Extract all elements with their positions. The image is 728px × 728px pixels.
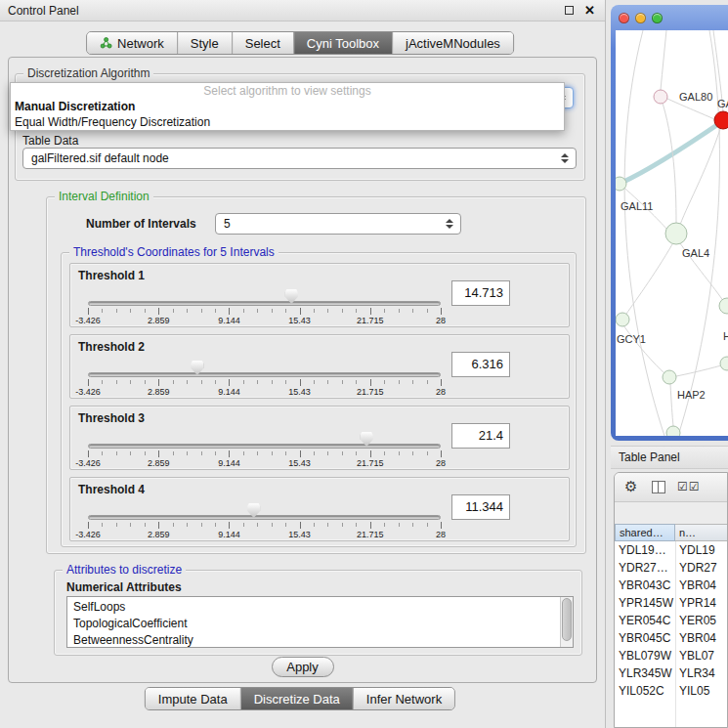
slider-tick-label: -3.426 bbox=[66, 530, 109, 539]
tab-select[interactable]: Select bbox=[232, 32, 293, 54]
table-row[interactable]: YPR145WYPR14 bbox=[615, 594, 727, 612]
threshold-value-field[interactable]: 21.4 bbox=[451, 423, 510, 449]
slider-major-tick bbox=[370, 379, 371, 386]
numerical-attributes-list[interactable]: SelfLoopsTopologicalCoefficientBetweenne… bbox=[66, 596, 574, 648]
network-node[interactable] bbox=[616, 313, 629, 326]
threshold-panel: Threshold 4-3.4262.8599.14415.4321.71528… bbox=[69, 477, 570, 541]
network-node[interactable] bbox=[666, 426, 680, 436]
table-cell-shared-name[interactable]: YDR27… bbox=[615, 559, 675, 577]
table-cell-name[interactable]: YDL19 bbox=[675, 541, 728, 559]
threshold-label: Threshold 1 bbox=[78, 269, 145, 282]
network-node[interactable] bbox=[665, 223, 687, 244]
table-cell-shared-name[interactable]: YLR345W bbox=[615, 664, 675, 682]
network-node[interactable] bbox=[720, 357, 728, 370]
attribute-list-item[interactable]: TopologicalCoefficient bbox=[67, 616, 559, 632]
slider-tick-label: 28 bbox=[419, 458, 462, 468]
scrollbar[interactable] bbox=[560, 597, 573, 647]
table-row[interactable]: YBL079WYBL07 bbox=[615, 647, 727, 664]
scrollbar-thumb[interactable] bbox=[562, 598, 572, 641]
network-canvas[interactable]: GAL80GAGAL11GAL4GCY1HAP2H bbox=[616, 30, 728, 436]
slider-track[interactable] bbox=[88, 515, 441, 520]
slider-major-tick bbox=[300, 308, 301, 315]
table-cell-shared-name[interactable]: YPR145W bbox=[615, 594, 675, 612]
network-node[interactable] bbox=[714, 111, 728, 129]
table-cell-name[interactable]: YBR04 bbox=[675, 577, 728, 594]
threshold-label: Threshold 3 bbox=[78, 411, 145, 425]
tab-impute-data[interactable]: Impute Data bbox=[146, 688, 240, 709]
table-cell-name[interactable]: YIL05 bbox=[675, 682, 728, 700]
tab-label: Impute Data bbox=[158, 692, 228, 707]
table-cell-name[interactable]: YBR04 bbox=[675, 629, 728, 647]
table-cell-name[interactable]: YLR34 bbox=[675, 664, 728, 682]
slider-major-tick bbox=[370, 308, 371, 315]
attribute-list-item[interactable]: SelfLoops bbox=[67, 599, 559, 616]
dropdown-option-equal-width-frequency[interactable]: Equal Width/Frequency Discretization bbox=[11, 114, 564, 130]
table-toolbar: ⚙ ☑☑ bbox=[615, 473, 727, 502]
column-header-name[interactable]: n… bbox=[675, 524, 728, 541]
table-cell-name[interactable]: YPR14 bbox=[675, 594, 728, 612]
tab-infer-network[interactable]: Infer Network bbox=[353, 688, 454, 709]
tab-jactivemnodules[interactable]: jActiveMNodules bbox=[392, 32, 513, 54]
attribute-list-item[interactable]: BetweennessCentrality bbox=[67, 632, 559, 648]
table-panel-title: Table Panel bbox=[619, 450, 680, 464]
threshold-panel: Threshold 2-3.4262.8599.14415.4321.71528… bbox=[69, 334, 570, 399]
table-columns-icon[interactable] bbox=[652, 481, 665, 493]
network-node[interactable] bbox=[719, 298, 728, 314]
table-row[interactable]: YER054CYER05 bbox=[615, 612, 727, 629]
gear-icon[interactable]: ⚙ bbox=[624, 478, 637, 495]
table-cell-shared-name[interactable]: YDL19… bbox=[615, 541, 675, 559]
slider-scale: -3.4262.8599.14415.4321.71528 bbox=[88, 379, 441, 399]
table-row[interactable]: YIL052CYIL05 bbox=[615, 682, 727, 700]
spinner-arrows-icon bbox=[446, 219, 453, 229]
threshold-value-field[interactable]: 11.344 bbox=[451, 494, 510, 520]
network-node[interactable] bbox=[654, 90, 667, 104]
table-cell-shared-name[interactable]: YBR045C bbox=[615, 629, 675, 647]
tab-network[interactable]: Network bbox=[87, 32, 177, 54]
slider-major-tick bbox=[88, 308, 89, 315]
threshold-value-field[interactable]: 6.316 bbox=[451, 352, 510, 377]
table-cell-name[interactable]: YBL07 bbox=[675, 647, 728, 664]
table-row[interactable]: YDR27…YDR27 bbox=[615, 559, 727, 577]
close-traffic-light-icon[interactable] bbox=[619, 13, 629, 23]
table-cell-shared-name[interactable]: YIL052C bbox=[615, 682, 675, 700]
network-edge-highlighted bbox=[621, 122, 721, 183]
table-cell-name[interactable]: YDR27 bbox=[675, 559, 728, 577]
table-data-combobox[interactable]: galFiltered.sif default node bbox=[22, 148, 577, 169]
slider-tick-label: 15.43 bbox=[278, 387, 321, 397]
tab-discretize-data[interactable]: Discretize Data bbox=[240, 688, 353, 709]
slider-scale: -3.4262.8599.14415.4321.71528 bbox=[88, 522, 441, 541]
select-checkboxes-icon[interactable]: ☑☑ bbox=[677, 480, 701, 493]
table-row[interactable]: YBR045CYBR04 bbox=[615, 629, 727, 647]
dropdown-option-manual-discretization[interactable]: Manual Discretization bbox=[11, 99, 564, 114]
tab-style[interactable]: Style bbox=[177, 32, 232, 54]
table-cell-shared-name[interactable]: YER054C bbox=[615, 612, 675, 629]
network-node[interactable] bbox=[663, 370, 676, 384]
table-row[interactable]: YDL19…YDL19 bbox=[615, 541, 727, 559]
table-body: YDL19…YDL19YDR27…YDR27YBR043CYBR04YPR145… bbox=[615, 541, 727, 727]
minimize-traffic-light-icon[interactable] bbox=[635, 13, 646, 23]
table-cell-shared-name[interactable]: YBL079W bbox=[615, 647, 675, 664]
table-row[interactable]: YLR345WYLR34 bbox=[615, 664, 727, 682]
dropdown-placeholder-item[interactable]: Select algorithm to view settings bbox=[11, 83, 564, 99]
table-cell-shared-name[interactable]: YBR043C bbox=[615, 577, 675, 594]
slider-track[interactable] bbox=[88, 301, 441, 306]
apply-button[interactable]: Apply bbox=[272, 657, 334, 677]
threshold-value-field[interactable]: 14.713 bbox=[451, 280, 510, 306]
tab-cyni-toolbox[interactable]: Cyni Toolbox bbox=[293, 32, 392, 54]
slider-tick-label: 9.144 bbox=[207, 316, 250, 325]
top-tab-bar: Network Style Select Cyni Toolbox jActiv… bbox=[86, 31, 514, 55]
group-title: Discretization Algorithm bbox=[23, 66, 153, 80]
network-node[interactable] bbox=[616, 177, 626, 191]
slider-track[interactable] bbox=[88, 444, 441, 449]
table-cell-name[interactable]: YER05 bbox=[675, 612, 728, 629]
slider-major-tick bbox=[441, 522, 442, 529]
slider-track[interactable] bbox=[88, 372, 441, 377]
float-window-icon[interactable] bbox=[565, 6, 574, 15]
slider-tick-label: 2.859 bbox=[137, 316, 180, 325]
number-of-intervals-spinner[interactable]: 5 bbox=[215, 213, 461, 235]
close-icon[interactable]: ✕ bbox=[584, 3, 595, 18]
column-header-shared-name[interactable]: shared… bbox=[615, 524, 675, 541]
zoom-traffic-light-icon[interactable] bbox=[652, 13, 663, 23]
slider-tick-label: 28 bbox=[419, 316, 462, 325]
table-row[interactable]: YBR043CYBR04 bbox=[615, 577, 727, 594]
